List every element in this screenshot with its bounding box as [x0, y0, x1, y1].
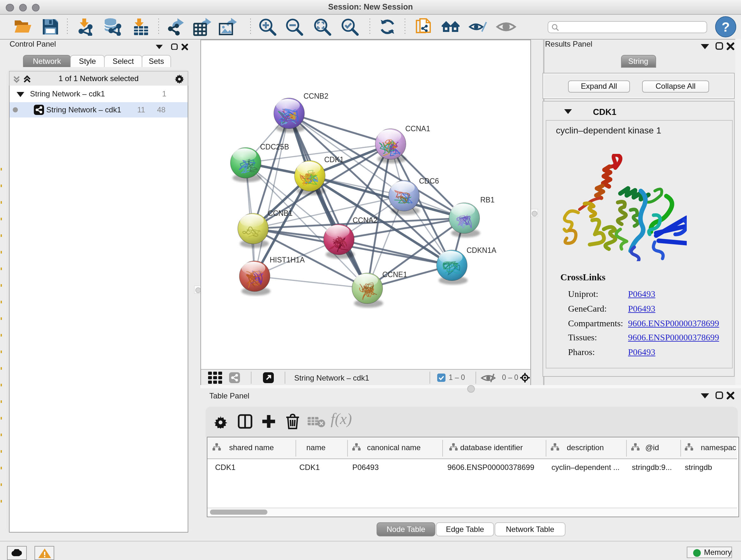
svg-text:?: ? — [722, 19, 730, 35]
svg-text:CCNB2: CCNB2 — [304, 92, 328, 100]
svg-text:CCNA1: CCNA1 — [405, 125, 430, 133]
svg-text:CDKN1A: CDKN1A — [467, 246, 496, 254]
svg-text:CCNE1: CCNE1 — [382, 270, 407, 279]
svg-text:CCNA2: CCNA2 — [353, 216, 378, 225]
svg-text:HIST1H1A: HIST1H1A — [270, 256, 305, 264]
svg-text:CCNB1: CCNB1 — [268, 209, 293, 217]
svg-text:CDK1: CDK1 — [324, 155, 344, 164]
svg-text:CDC6: CDC6 — [419, 177, 439, 185]
svg-text:CDC25B: CDC25B — [260, 143, 289, 151]
svg-text:RB1: RB1 — [480, 196, 495, 204]
